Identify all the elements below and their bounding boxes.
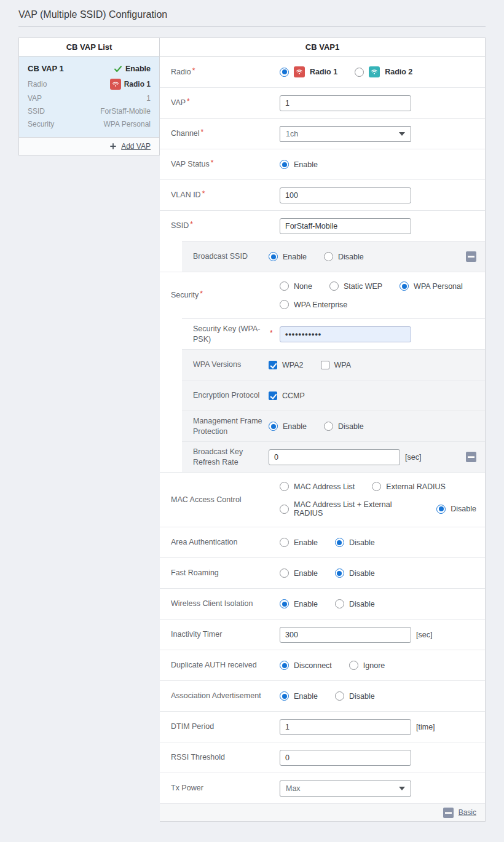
radio-button-icon[interactable]: [280, 68, 289, 77]
checkbox-icon[interactable]: [269, 391, 277, 400]
radio-button-icon[interactable]: [335, 691, 344, 701]
field-label-fast-roaming: Fast Roaming: [171, 564, 280, 582]
vap-name: CB VAP 1: [28, 64, 64, 73]
vap-config-header: CB VAP1: [160, 38, 485, 57]
radio-option-none[interactable]: None: [280, 281, 312, 291]
radio-option-radio-2[interactable]: Radio 2: [355, 66, 412, 77]
radio-button-icon[interactable]: [280, 599, 289, 608]
tx-power-selected-value: Max: [286, 784, 301, 793]
radio-button-icon[interactable]: [280, 482, 289, 491]
radio-button-icon[interactable]: [355, 68, 364, 77]
form-row-wpa-versions: WPA Versions WPA2 WPA: [182, 349, 485, 380]
rssi-threshold-input[interactable]: [280, 750, 411, 766]
radio-button-icon[interactable]: [335, 569, 344, 578]
ssid-input[interactable]: [280, 218, 411, 234]
radio-option-disable[interactable]: Disable: [335, 569, 375, 578]
radio-option-disable[interactable]: Disable: [324, 252, 364, 261]
radio-button-icon[interactable]: [436, 505, 446, 514]
vap-input[interactable]: [280, 95, 411, 111]
checkbox-icon[interactable]: [269, 361, 277, 369]
checkbox-option-ccmp[interactable]: CCMP: [269, 391, 305, 400]
radio-option-enable[interactable]: Enable: [280, 599, 318, 608]
add-vap-row: Add VAP: [19, 137, 159, 155]
radio-option-mac-list-plus-radius[interactable]: MAC Address List + External RADIUS: [280, 500, 419, 517]
radio-option-disable[interactable]: Disable: [335, 538, 375, 547]
radio-button-icon[interactable]: [269, 252, 278, 261]
dtim-period-input[interactable]: [280, 719, 411, 735]
field-label-area-authentication: Area Authentication: [171, 533, 280, 551]
required-marker: *: [192, 66, 195, 75]
radio-option-enable[interactable]: Enable: [280, 160, 318, 169]
collapse-minus-icon[interactable]: [466, 251, 476, 262]
required-marker: *: [211, 159, 214, 167]
radio-button-icon[interactable]: [372, 482, 381, 491]
required-marker: *: [202, 189, 205, 198]
basic-link[interactable]: Basic: [459, 808, 476, 817]
field-label-ssid: SSID*: [171, 217, 280, 235]
field-label-broadcast-key-refresh-rate: Broadcast Key Refresh Rate: [193, 443, 269, 471]
vap-list-item-cb-vap-1[interactable]: CB VAP 1 Enable Radio Radio 1 VAP 1: [19, 57, 159, 137]
add-vap-link[interactable]: Add VAP: [121, 142, 151, 151]
radio-button-icon[interactable]: [280, 300, 289, 309]
radio-option-disable[interactable]: Disable: [335, 599, 375, 608]
radio-button-icon[interactable]: [280, 160, 289, 169]
radio-button-icon[interactable]: [335, 538, 344, 547]
form-row-inactivity-timer: Inactivity Timer [sec]: [160, 619, 485, 650]
radio-option-wpa-personal[interactable]: WPA Personal: [400, 281, 463, 291]
radio-option-enable[interactable]: Enable: [269, 252, 307, 261]
collapse-minus-icon[interactable]: [443, 808, 454, 818]
inactivity-timer-input[interactable]: [280, 627, 411, 643]
radio-button-icon[interactable]: [349, 661, 358, 670]
radio-button-icon[interactable]: [324, 252, 333, 261]
radio-button-icon[interactable]: [280, 691, 289, 701]
radio-option-static-wep[interactable]: Static WEP: [329, 281, 382, 291]
unit-label: [time]: [416, 723, 435, 731]
form-row-duplicate-auth: Duplicate AUTH received Disconnect Ignor…: [160, 650, 485, 680]
checkbox-option-wpa[interactable]: WPA: [321, 361, 352, 369]
collapse-minus-icon[interactable]: [466, 452, 476, 462]
vap-list-panel: CB VAP List CB VAP 1 Enable Radio Radio …: [18, 37, 160, 155]
radio-button-icon[interactable]: [269, 422, 278, 431]
radio-option-enable[interactable]: Enable: [269, 422, 307, 431]
radio-button-icon[interactable]: [324, 422, 333, 431]
checkbox-icon[interactable]: [321, 361, 329, 369]
radio-button-icon[interactable]: [280, 661, 289, 670]
radio-button-icon[interactable]: [329, 281, 339, 291]
radio-option-disable[interactable]: Disable: [436, 505, 476, 514]
field-label-vap-status: VAP Status*: [171, 155, 280, 173]
vlan-id-input[interactable]: [280, 187, 411, 203]
required-marker: *: [270, 329, 273, 337]
radio-option-wpa-enterprise[interactable]: WPA Enterprise: [280, 300, 347, 309]
radio-button-icon[interactable]: [280, 505, 289, 514]
channel-select[interactable]: 1ch: [280, 126, 411, 142]
unit-label: [sec]: [416, 631, 432, 639]
radio-button-icon[interactable]: [280, 538, 289, 547]
radio-option-disconnect[interactable]: Disconnect: [280, 661, 332, 670]
form-row-encryption-protocol: Encryption Protocol CCMP: [182, 380, 485, 411]
radio-option-disable[interactable]: Disable: [324, 422, 364, 431]
field-label-vlan-id: VLAN ID*: [171, 186, 280, 204]
radio-button-icon[interactable]: [280, 281, 289, 291]
broadcast-key-refresh-rate-input[interactable]: [269, 449, 400, 465]
radio-option-radio-1[interactable]: Radio 1: [280, 66, 337, 77]
security-key-input[interactable]: [280, 326, 411, 342]
field-label-tx-power: Tx Power: [171, 779, 280, 797]
field-label-management-frame-protection: Management Frame Protection: [193, 412, 269, 441]
tx-power-select[interactable]: Max: [280, 781, 411, 797]
form-row-security: Security* None Static WEP WP: [160, 272, 485, 318]
radio-option-mac-address-list[interactable]: MAC Address List: [280, 482, 355, 491]
field-label-vap: VAP*: [171, 94, 280, 112]
checkbox-option-wpa2[interactable]: WPA2: [269, 361, 304, 369]
vap-summary-row: SSID ForStaff-Mobile: [28, 107, 151, 116]
radio-option-enable[interactable]: Enable: [280, 691, 318, 701]
radio-button-icon[interactable]: [400, 281, 409, 291]
radio-option-enable[interactable]: Enable: [280, 569, 318, 578]
radio-button-icon[interactable]: [280, 569, 289, 578]
radio-option-external-radius[interactable]: External RADIUS: [372, 482, 446, 491]
radio-option-ignore[interactable]: Ignore: [349, 661, 385, 670]
radio-option-enable[interactable]: Enable: [280, 538, 318, 547]
radio-option-disable[interactable]: Disable: [335, 691, 375, 701]
form-row-management-frame-protection: Management Frame Protection Enable Disab…: [182, 411, 485, 441]
field-label-rssi-threshold: RSSI Threshold: [171, 749, 280, 766]
radio-button-icon[interactable]: [335, 599, 344, 608]
